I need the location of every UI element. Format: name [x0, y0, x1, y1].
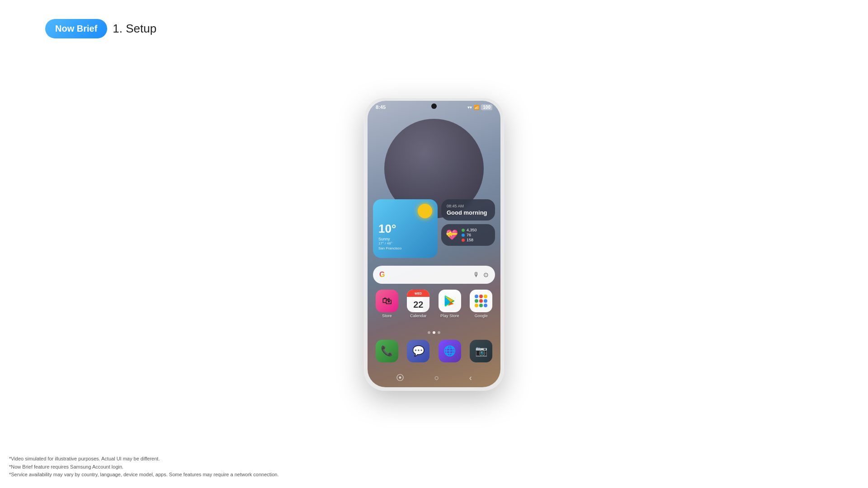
weather-range: 17° / 48°: [378, 241, 432, 245]
search-bar[interactable]: G 🎙 ⊙: [373, 266, 495, 284]
nav-home-icon[interactable]: ○: [434, 373, 439, 383]
step-label: 1. Setup: [113, 22, 156, 36]
dock-camera[interactable]: 📷: [470, 340, 492, 362]
dock-messages[interactable]: 💬: [407, 340, 429, 362]
store-label: Store: [382, 314, 392, 318]
weather-condition: Sunny: [378, 237, 432, 241]
greeting-message: Good morning: [447, 209, 490, 216]
heart-stat: 76: [462, 233, 477, 237]
right-widgets: 08:45 AM Good morning 💝 4,350: [441, 199, 495, 258]
dock: 📞 💬 🌐 📷: [373, 340, 495, 362]
google-logo: G: [379, 271, 385, 279]
page-indicators: [428, 331, 440, 334]
health-stats: 4,350 76 158: [462, 228, 477, 242]
greeting-time: 08:45 AM: [447, 204, 490, 208]
gdot-5: [479, 299, 483, 303]
gdot-9: [484, 304, 487, 307]
app-item-store[interactable]: 🛍 Store: [376, 290, 398, 318]
cal-body: 22: [413, 297, 423, 312]
footnote-3: *Service availability may vary by countr…: [9, 471, 279, 479]
widgets-area: 10° Sunny 17° / 48° San Francisco 08:45 …: [373, 199, 495, 258]
footnote-1: *Video simulated for illustrative purpos…: [9, 455, 279, 463]
health-icon: 💝: [446, 229, 458, 241]
playstore-svg: [443, 294, 457, 308]
footnote-2: *Now Brief feature requires Samsung Acco…: [9, 463, 279, 471]
gdot-1: [475, 295, 478, 298]
phone-outer: 8:45 ▾▾ 📶 100 10° Sunny 17° / 48° San Fr…: [364, 97, 504, 391]
google-grid: [475, 295, 487, 307]
gdot-4: [475, 299, 478, 303]
calendar-icon: WED 22: [407, 290, 429, 312]
steps-dot: [462, 229, 465, 232]
weather-widget[interactable]: 10° Sunny 17° / 48° San Francisco: [373, 199, 438, 258]
app-item-playstore[interactable]: Play Store: [439, 290, 461, 318]
calories-value: 158: [467, 238, 473, 242]
lens-icon[interactable]: ⊙: [483, 271, 489, 278]
now-brief-badge: Now Brief: [45, 19, 107, 38]
playstore-icon: [439, 290, 461, 312]
steps-stat: 4,350: [462, 228, 477, 232]
app-item-google[interactable]: Google: [470, 290, 492, 318]
gdot-7: [475, 304, 478, 307]
calories-stat: 158: [462, 238, 477, 242]
search-icons: 🎙 ⊙: [473, 271, 489, 278]
mic-icon[interactable]: 🎙: [473, 271, 480, 278]
playstore-label: Play Store: [440, 314, 459, 318]
camera-notch: [431, 103, 437, 109]
temperature: 10°: [378, 222, 432, 236]
steps-value: 4,350: [467, 228, 477, 232]
heart-dot: [462, 234, 465, 237]
wifi-icon: ▾▾: [467, 105, 472, 110]
dock-phone[interactable]: 📞: [376, 340, 398, 362]
heart-value: 76: [467, 233, 471, 237]
status-time: 8:45: [376, 104, 386, 110]
header: Now Brief 1. Setup: [45, 19, 156, 38]
page-dot-3: [438, 331, 440, 334]
page-dot-2: [433, 331, 435, 334]
gdot-2: [479, 295, 483, 298]
gdot-6: [484, 299, 487, 303]
gdot-3: [484, 295, 487, 298]
weather-city: San Francisco: [378, 246, 432, 250]
footnotes: *Video simulated for illustrative purpos…: [9, 455, 279, 479]
phone-mockup: 8:45 ▾▾ 📶 100 10° Sunny 17° / 48° San Fr…: [364, 97, 504, 391]
sun-icon: [418, 204, 432, 218]
page-dot-1: [428, 331, 430, 334]
greeting-widget[interactable]: 08:45 AM Good morning: [441, 199, 495, 221]
google-label: Google: [475, 314, 488, 318]
status-icons: ▾▾ 📶 100: [467, 104, 492, 110]
health-widget[interactable]: 💝 4,350 76 1: [441, 224, 495, 246]
app-item-calendar[interactable]: WED 22 Calendar: [407, 290, 429, 318]
battery-indicator: 100: [481, 104, 492, 110]
phone-screen: 8:45 ▾▾ 📶 100 10° Sunny 17° / 48° San Fr…: [368, 101, 500, 387]
nav-recent-icon[interactable]: ⦿: [396, 373, 404, 383]
cal-header: WED: [407, 290, 429, 297]
dock-browser[interactable]: 🌐: [439, 340, 461, 362]
google-icon: [470, 290, 492, 312]
signal-icon: 📶: [474, 105, 479, 110]
store-icon: 🛍: [376, 290, 398, 312]
nav-back-icon[interactable]: ‹: [469, 373, 472, 383]
calories-dot: [462, 239, 465, 242]
gdot-8: [479, 304, 483, 307]
app-grid: 🛍 Store WED 22 Calendar: [373, 290, 495, 318]
calendar-label: Calendar: [410, 314, 427, 318]
nav-bar: ⦿ ○ ‹: [368, 373, 500, 383]
